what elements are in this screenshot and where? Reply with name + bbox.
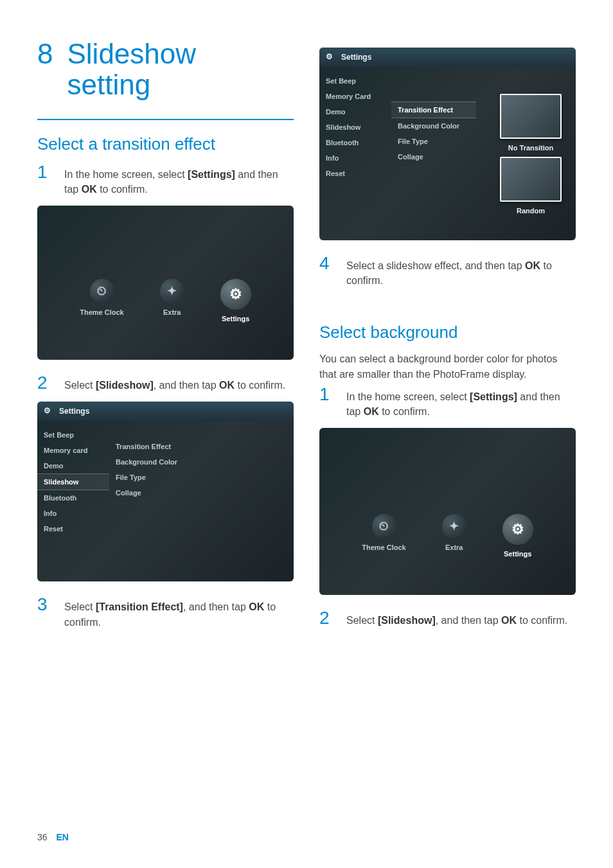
sidebar-item: Demo bbox=[37, 458, 109, 474]
clock-icon: ⏲ bbox=[96, 285, 108, 298]
chapter-title-l1: Slideshow bbox=[67, 38, 196, 69]
sidebar-item: Info bbox=[37, 506, 109, 521]
sidebar-item: Set Beep bbox=[37, 427, 109, 443]
step-text: Select [Slideshow], and then tap OK to c… bbox=[64, 374, 285, 393]
step-number: 1 bbox=[37, 163, 64, 181]
step-number: 1 bbox=[319, 385, 346, 403]
step-a3: 3 Select [Transition Effect], and then t… bbox=[37, 596, 294, 629]
step-text: Select a slideshow effect, and then tap … bbox=[346, 254, 576, 288]
step-text: Select [Slideshow], and then tap OK to c… bbox=[346, 609, 567, 628]
section-a-heading: Select a transition effect bbox=[37, 134, 294, 154]
sidebar-item: Bluetooth bbox=[37, 490, 109, 506]
sidebar-item: Memory card bbox=[37, 443, 109, 458]
screenshot-transition-effect: ⚙ Settings Set Beep Memory Card Demo Sli… bbox=[319, 48, 576, 240]
home-icon-theme-clock: ⏲ Theme Clock bbox=[80, 279, 123, 323]
divider bbox=[37, 119, 294, 120]
sidebar-item: Reset bbox=[319, 166, 391, 181]
step-a2: 2 Select [Slideshow], and then tap OK to… bbox=[37, 374, 294, 393]
step-text: Select [Transition Effect], and then tap… bbox=[64, 596, 294, 629]
page-number: 36 bbox=[37, 832, 48, 842]
step-b2: 2 Select [Slideshow], and then tap OK to… bbox=[319, 609, 576, 628]
page-lang: EN bbox=[56, 832, 68, 842]
sublist-item-selected: Transition Effect bbox=[391, 102, 476, 118]
sublist-item: File Type bbox=[109, 470, 194, 485]
step-number: 3 bbox=[37, 596, 64, 614]
home-icon-extra: ✦ Extra bbox=[442, 514, 466, 558]
section-b-intro: You can select a background border color… bbox=[319, 351, 576, 381]
sublist-item: Transition Effect bbox=[109, 439, 194, 454]
step-b1: 1 In the home screen, select [Settings] … bbox=[319, 385, 576, 419]
chapter-number: 8 bbox=[37, 39, 53, 69]
step-number: 2 bbox=[319, 609, 346, 627]
preview-caption: Random bbox=[497, 207, 564, 215]
sidebar-item-selected: Slideshow bbox=[37, 474, 109, 490]
sidebar-item: Memory Card bbox=[319, 89, 391, 104]
sublist-item: Collage bbox=[109, 485, 194, 500]
step-number: 2 bbox=[37, 374, 64, 392]
home-icon-settings: ⚙ Settings bbox=[220, 279, 251, 323]
step-a1: 1 In the home screen, select [Settings] … bbox=[37, 163, 294, 197]
home-icon-theme-clock: ⏲ Theme Clock bbox=[362, 514, 405, 558]
sidebar-item: Reset bbox=[37, 521, 109, 536]
preview-thumbnail bbox=[500, 157, 562, 202]
window-title: Settings bbox=[341, 53, 371, 62]
screenshot-home: ⏲ Theme Clock ✦ Extra ⚙ Settings bbox=[37, 206, 294, 360]
step-text: In the home screen, select [Settings] an… bbox=[346, 385, 576, 419]
screenshot-settings-slideshow: ⚙ Settings Set Beep Memory card Demo Sli… bbox=[37, 402, 294, 581]
step-a4: 4 Select a slideshow effect, and then ta… bbox=[319, 254, 576, 288]
sidebar-item: Demo bbox=[319, 104, 391, 120]
sidebar-item: Slideshow bbox=[319, 120, 391, 135]
clock-icon: ⏲ bbox=[378, 520, 390, 533]
sublist-item: Collage bbox=[391, 149, 476, 164]
home-icon-extra: ✦ Extra bbox=[160, 279, 184, 323]
home-icon-settings: ⚙ Settings bbox=[502, 514, 533, 558]
puzzle-icon: ✦ bbox=[167, 284, 177, 298]
sidebar-item: Info bbox=[319, 150, 391, 166]
sublist-item: Background Color bbox=[109, 454, 194, 470]
puzzle-icon: ✦ bbox=[449, 519, 459, 533]
page-footer: 36 EN bbox=[37, 832, 69, 842]
step-text: In the home screen, select [Settings] an… bbox=[64, 163, 294, 197]
section-b-heading: Select background bbox=[319, 323, 576, 342]
sublist-item: Background Color bbox=[391, 118, 476, 134]
sublist-item: File Type bbox=[391, 134, 476, 149]
step-number: 4 bbox=[319, 254, 346, 272]
chapter-title-l2: setting bbox=[67, 69, 150, 100]
preview-thumbnail bbox=[500, 94, 562, 139]
sidebar-item: Set Beep bbox=[319, 73, 391, 89]
gear-icon: ⚙ bbox=[511, 521, 524, 538]
gear-icon: ⚙ bbox=[229, 286, 242, 303]
gear-icon: ⚙ bbox=[44, 406, 54, 416]
chapter-heading: 8 Slideshow setting bbox=[37, 39, 294, 101]
preview-caption: No Transition bbox=[497, 144, 564, 152]
window-title: Settings bbox=[59, 407, 89, 416]
screenshot-home-2: ⏲ Theme Clock ✦ Extra ⚙ Settings bbox=[319, 428, 576, 595]
sidebar-item: Bluetooth bbox=[319, 135, 391, 150]
gear-icon: ⚙ bbox=[326, 52, 336, 62]
